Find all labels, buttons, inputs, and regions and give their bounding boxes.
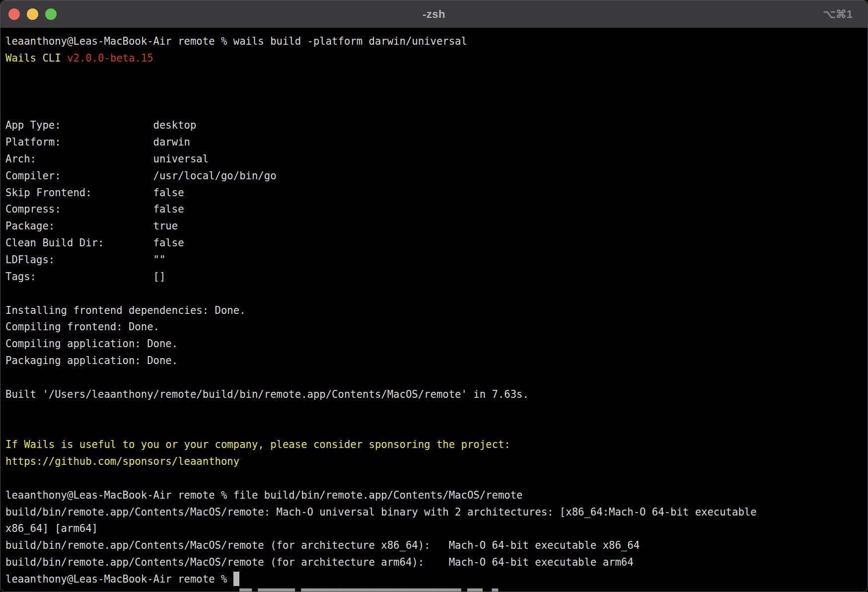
terminal-text: Platform: darwin — [5, 136, 190, 148]
terminal-output[interactable]: leaanthony@Leas-MacBook-Air remote % wai… — [0, 28, 868, 588]
terminal-text: build/bin/remote.app/Contents/MacOS/remo… — [5, 539, 640, 551]
terminal-line: leaanthony@Leas-MacBook-Air remote % fil… — [5, 487, 868, 504]
terminal-line — [5, 370, 868, 386]
terminal-text: App Type: desktop — [5, 119, 196, 131]
terminal-text: LDFlags: "" — [5, 254, 165, 266]
terminal-line: Compress: false — [5, 201, 868, 218]
terminal-line — [5, 67, 868, 84]
terminal-line: Installing frontend dependencies: Done. — [5, 302, 868, 319]
terminal-line: build/bin/remote.app/Contents/MacOS/remo… — [5, 504, 868, 521]
terminal-line: App Type: desktop — [5, 117, 868, 134]
terminal-line: If Wails is useful to you or your compan… — [5, 437, 868, 453]
terminal-line: build/bin/remote.app/Contents/MacOS/remo… — [5, 554, 868, 571]
terminal-line: Clean Build Dir: false — [5, 235, 868, 252]
terminal-line: Skip Frontend: false — [5, 185, 868, 202]
terminal-text: Compiler: /usr/local/go/bin/go — [5, 170, 277, 182]
terminal-line: Built '/Users/leaanthony/remote/build/bi… — [5, 386, 868, 403]
terminal-text: https://github.com/sponsors/leaanthony — [5, 455, 239, 467]
terminal-text: Packaging application: Done. — [5, 355, 178, 367]
close-button[interactable] — [8, 8, 20, 20]
terminal-line — [5, 84, 868, 101]
terminal-text: build/bin/remote.app/Contents/MacOS/remo… — [5, 556, 634, 568]
traffic-lights — [8, 0, 57, 28]
terminal-line: LDFlags: "" — [5, 252, 868, 269]
terminal-line — [5, 403, 868, 420]
terminal-text: Wails CLI — [5, 52, 67, 64]
clipped-next-row: ▀▀ ▀▀▀▀▀▀ ▀▀▀▀▀▀▀▀▀▀▀▀▀▀▀▀▀▀▀▀▀▀▀▀▀▀ ██▌… — [0, 588, 868, 592]
terminal-text: leaanthony@Leas-MacBook-Air remote % — [5, 573, 233, 585]
terminal-text: Installing frontend dependencies: Done. — [5, 304, 246, 316]
terminal-text: If Wails is useful to you or your compan… — [5, 439, 510, 450]
terminal-line — [5, 286, 868, 302]
zoom-button[interactable] — [45, 8, 57, 20]
terminal-line: Wails CLI v2.0.0-beta.15 — [5, 50, 868, 67]
terminal-text: Package: true — [5, 220, 178, 232]
terminal-text: Built '/Users/leaanthony/remote/build/bi… — [5, 388, 529, 400]
terminal-line — [5, 470, 868, 487]
minimize-button[interactable] — [27, 8, 38, 20]
terminal-line: Compiling application: Done. — [5, 336, 868, 353]
terminal-text: Clean Build Dir: false — [5, 237, 184, 249]
terminal-line: Platform: darwin — [5, 134, 868, 151]
terminal-line: Compiling frontend: Done. — [5, 319, 868, 336]
terminal-line: leaanthony@Leas-MacBook-Air remote % wai… — [5, 33, 868, 50]
terminal-text: Compiling application: Done. — [5, 338, 178, 350]
terminal-line: x86_64] [arm64] — [5, 520, 868, 537]
terminal-text: Compress: false — [5, 203, 184, 215]
window-title: -zsh — [0, 8, 868, 21]
terminal-text: Tags: [] — [5, 271, 165, 283]
terminal-text: leaanthony@Leas-MacBook-Air remote % wai… — [5, 35, 467, 47]
terminal-line: Tags: [] — [5, 269, 868, 286]
terminal-line: Package: true — [5, 218, 868, 235]
terminal-cursor — [233, 572, 239, 586]
terminal-window: -zsh ⌥⌘1 leaanthony@Leas-MacBook-Air rem… — [0, 0, 868, 592]
terminal-line: Compiler: /usr/local/go/bin/go — [5, 168, 868, 185]
terminal-text: Skip Frontend: false — [5, 187, 184, 199]
terminal-text: x86_64] [arm64] — [5, 522, 98, 534]
terminal-line: https://github.com/sponsors/leaanthony — [5, 453, 868, 470]
terminal-text: leaanthony@Leas-MacBook-Air remote % fil… — [5, 489, 522, 501]
terminal-line: build/bin/remote.app/Contents/MacOS/remo… — [5, 537, 868, 554]
terminal-text: Compiling frontend: Done. — [5, 321, 159, 333]
terminal-line: Packaging application: Done. — [5, 353, 868, 370]
terminal-line — [5, 100, 868, 117]
terminal-text: Arch: universal — [5, 153, 209, 165]
title-bar[interactable]: -zsh ⌥⌘1 — [0, 0, 868, 28]
tab-shortcut-badge: ⌥⌘1 — [823, 0, 853, 28]
terminal-line: leaanthony@Leas-MacBook-Air remote % — [5, 571, 868, 588]
terminal-line: Arch: universal — [5, 151, 868, 168]
terminal-line — [5, 420, 868, 437]
terminal-text: build/bin/remote.app/Contents/MacOS/remo… — [5, 506, 757, 518]
terminal-text: v2.0.0-beta.15 — [67, 52, 153, 64]
